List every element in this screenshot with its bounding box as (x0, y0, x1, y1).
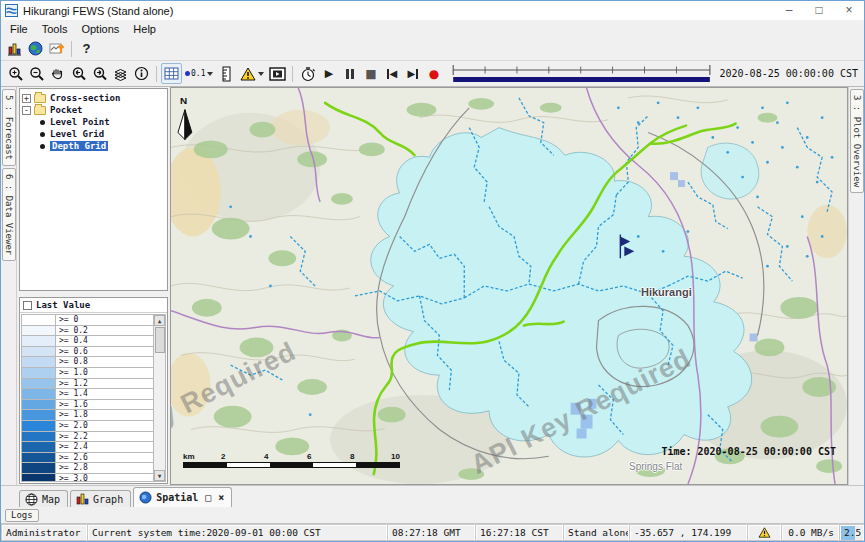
layers-icon[interactable] (110, 63, 131, 84)
help-button[interactable]: ? (76, 38, 97, 59)
logs-button[interactable]: Logs (5, 509, 39, 522)
reports-icon[interactable] (4, 38, 25, 59)
menu-help[interactable]: Help (126, 22, 163, 36)
tree-item-pocket[interactable]: - Pocket (22, 104, 165, 116)
app-logo-icon (5, 4, 18, 17)
color-swatch (22, 400, 56, 410)
color-swatch (22, 347, 56, 357)
toolbar-separator (292, 66, 293, 82)
tree-item-cross-section[interactable]: + Cross-section (22, 92, 165, 104)
last-value-checkbox[interactable] (23, 301, 32, 310)
thresholds-dropdown[interactable] (237, 63, 267, 84)
tab-close-icon[interactable]: × (218, 492, 224, 503)
collapse-icon[interactable]: - (22, 106, 31, 115)
scroll-up-icon[interactable]: ▲ (154, 315, 165, 326)
chevron-down-icon (258, 72, 264, 76)
map-time-label: Time: 2020-08-25 00:00:00 CST (661, 446, 836, 457)
minimize-icon[interactable]: – (774, 1, 804, 20)
legend-entry: >= 3.0 (22, 474, 153, 482)
legend-scrollbar[interactable]: ▲ ▼ (153, 315, 165, 481)
menu-file[interactable]: File (3, 22, 35, 36)
classification-dropdown[interactable]: 0.1 (182, 63, 216, 84)
animation-icon[interactable] (267, 63, 288, 84)
zoom-previous-icon[interactable] (68, 63, 89, 84)
record-button[interactable]: ● (423, 63, 444, 84)
pan-icon[interactable] (47, 63, 68, 84)
color-swatch (22, 463, 56, 473)
map-canvas: N (171, 88, 847, 484)
tab-spatial-label: Spatial (156, 492, 198, 503)
grid-display-icon[interactable] (161, 63, 182, 84)
bullet-icon (40, 132, 45, 137)
color-swatch (22, 336, 56, 346)
color-swatch (22, 368, 56, 378)
legend-panel: Last Value >= 0 >= 0.2 >= 0.4 >= 0.6 >= … (19, 297, 168, 484)
logs-row: Logs (1, 507, 864, 523)
timeline-slider[interactable] (450, 63, 713, 85)
menu-bar: File Tools Options Help (1, 20, 864, 37)
bullet-icon (40, 144, 45, 149)
info-icon[interactable] (131, 63, 152, 84)
legend-entry: >= 0.4 (22, 336, 153, 347)
zoom-next-icon[interactable] (89, 63, 110, 84)
play-button[interactable]: ▶ (318, 63, 339, 84)
scale-icon[interactable] (216, 63, 237, 84)
warning-icon (758, 527, 771, 538)
status-system-time: Current system time:2020-09-01 00:00 CST (87, 524, 387, 541)
tree-item-level-point[interactable]: Level Point (22, 116, 165, 128)
tab-map[interactable]: Map (19, 490, 68, 507)
legend-entry: >= 0.2 (22, 326, 153, 337)
svg-text:N: N (180, 95, 187, 106)
legend-entry: >= 0.6 (22, 347, 153, 358)
maximize-icon[interactable]: □ (804, 1, 834, 20)
bottom-tab-bar: Map Graph Spatial □ × (1, 485, 864, 507)
color-swatch (22, 442, 56, 452)
color-swatch (22, 357, 56, 367)
right-tab-strip: 3 : Plot Overview (848, 87, 864, 485)
timer-icon[interactable] (297, 63, 318, 84)
tree-item-level-grid[interactable]: Level Grid (22, 128, 165, 140)
app-window: Hikurangi FEWS (Stand alone) – □ × File … (0, 0, 865, 542)
map-display-icon[interactable] (25, 38, 46, 59)
close-icon[interactable]: × (834, 1, 864, 20)
status-memory: 2.5 GB (839, 524, 864, 541)
status-bar: Administrator Current system time:2020-0… (1, 523, 864, 541)
legend-entry: >= 2.6 (22, 453, 153, 464)
title-bar: Hikurangi FEWS (Stand alone) – □ × (1, 1, 864, 20)
scroll-down-icon[interactable]: ▼ (154, 470, 165, 481)
map-view[interactable]: N API Key Required API Key Required Hiku… (170, 87, 848, 485)
menu-options[interactable]: Options (74, 22, 126, 36)
folder-icon (34, 94, 46, 103)
place-label-hikurangi: Hikurangi (641, 286, 692, 298)
legend-entry: >= 2.4 (22, 442, 153, 453)
scale-bar: km 2 4 6 8 10 (183, 452, 405, 468)
tree-label: Level Grid (50, 129, 104, 139)
tab-forecast[interactable]: 5 : Forecast (2, 89, 16, 166)
tab-plot-overview[interactable]: 3 : Plot Overview (850, 89, 864, 193)
toolbar-separator (156, 66, 157, 82)
tab-spatial[interactable]: Spatial □ × (133, 487, 232, 507)
status-download-rate: 0.0 MB/s (781, 524, 839, 541)
tree-item-depth-grid[interactable]: Depth Grid (22, 140, 165, 152)
tab-data-viewer[interactable]: 6 : Data Viewer (2, 168, 16, 261)
tab-maximize-icon[interactable]: □ (205, 492, 211, 503)
status-warning[interactable] (747, 524, 781, 541)
chevron-down-icon (207, 72, 213, 76)
expand-icon[interactable]: + (22, 94, 31, 103)
chart-display-icon[interactable] (46, 38, 67, 59)
legend-entry: >= 2.8 (22, 463, 153, 474)
zoom-out-icon[interactable] (26, 63, 47, 84)
stop-button[interactable]: ■ (360, 63, 381, 84)
scroll-thumb[interactable] (155, 327, 165, 353)
layer-tree: + Cross-section - Pocket Level Point Lev… (19, 88, 168, 291)
globe-wire-icon (25, 493, 38, 506)
tab-graph[interactable]: Graph (70, 490, 131, 507)
step-back-button[interactable]: ◀ (381, 63, 402, 84)
pause-button[interactable] (339, 63, 360, 84)
color-swatch (22, 410, 56, 420)
step-forward-button[interactable]: ▶ (402, 63, 423, 84)
zoom-in-icon[interactable] (5, 63, 26, 84)
main-toolbar: ? (1, 37, 864, 60)
menu-tools[interactable]: Tools (35, 22, 75, 36)
toolbar-separator (71, 41, 72, 57)
